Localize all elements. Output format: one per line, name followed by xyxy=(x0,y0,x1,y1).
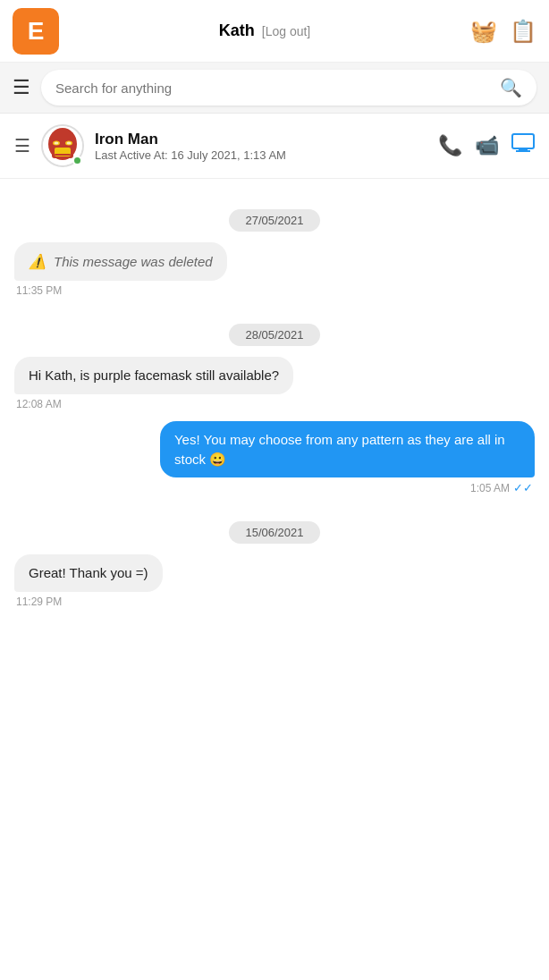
message-time-deleted: 11:35 PM xyxy=(16,284,62,297)
phone-icon[interactable]: 📞 xyxy=(438,134,462,157)
message-row-sent-1: Yes! You may choose from any pattern as … xyxy=(14,421,535,503)
svg-rect-9 xyxy=(512,134,534,148)
message-row-deleted: ⚠️ This message was deleted 11:35 PM xyxy=(14,242,535,304)
header-icons: 🧺 📋 xyxy=(470,19,536,44)
message-time-sent-1: 1:05 AM ✓✓ xyxy=(470,481,533,494)
bubble-sent-1: Yes! You may choose from any pattern as … xyxy=(160,421,535,478)
bubble-received-2: Great! Thank you =) xyxy=(14,554,163,592)
logo-letter: E xyxy=(28,17,45,46)
svg-point-7 xyxy=(67,142,72,145)
search-container: 🔍 xyxy=(41,70,536,106)
search-input[interactable] xyxy=(55,80,493,96)
screen-share-icon[interactable] xyxy=(511,133,535,158)
logout-link[interactable]: [Log out] xyxy=(262,24,311,38)
chat-header-info: Iron Man Last Active At: 16 July 2021, 1… xyxy=(95,131,427,162)
date-label-1: 27/05/2021 xyxy=(229,209,319,232)
online-indicator xyxy=(72,156,82,165)
bubble-received-1: Hi Kath, is purple facemask still availa… xyxy=(14,357,293,394)
username-label: Kath xyxy=(219,21,255,40)
deleted-message-text: This message was deleted xyxy=(54,252,213,272)
svg-point-6 xyxy=(55,142,59,145)
hamburger-menu-icon[interactable]: ☰ xyxy=(13,76,30,99)
date-divider-1: 27/05/2021 xyxy=(14,209,535,232)
top-header: E Kath [Log out] 🧺 📋 xyxy=(0,0,549,63)
svg-rect-8 xyxy=(55,154,71,156)
date-divider-2: 28/05/2021 xyxy=(14,324,535,346)
warning-icon: ⚠️ xyxy=(29,251,46,272)
chat-header: ☰ Iron Man L xyxy=(0,114,549,179)
video-call-icon[interactable]: 📹 xyxy=(475,134,499,157)
chat-header-actions: 📞 📹 xyxy=(438,133,535,158)
messages-area: 27/05/2021 ⚠️ This message was deleted 1… xyxy=(0,179,549,805)
deleted-message-bubble: ⚠️ This message was deleted xyxy=(14,242,227,281)
document-icon[interactable]: 📋 xyxy=(510,19,536,44)
basket-icon[interactable]: 🧺 xyxy=(470,19,497,44)
date-label-3: 15/06/2021 xyxy=(229,521,319,544)
contact-name: Iron Man xyxy=(95,131,427,148)
search-icon[interactable]: 🔍 xyxy=(500,77,522,98)
search-bar-row: ☰ 🔍 xyxy=(0,63,549,114)
date-divider-3: 15/06/2021 xyxy=(14,521,535,544)
last-active-status: Last Active At: 16 July 2021, 1:13 AM xyxy=(95,148,427,162)
message-time-2: 11:29 PM xyxy=(16,596,62,608)
date-label-2: 28/05/2021 xyxy=(229,324,319,346)
message-time-1: 12:08 AM xyxy=(16,398,62,410)
message-row-2: Great! Thank you =) 11:29 PM xyxy=(14,554,535,615)
header-center: Kath [Log out] xyxy=(219,21,311,40)
read-receipt-icon: ✓✓ xyxy=(513,481,533,494)
message-row-1: Hi Kath, is purple facemask still availa… xyxy=(14,357,535,418)
logo-box: E xyxy=(13,8,59,55)
avatar-container xyxy=(41,124,84,167)
chat-menu-icon[interactable]: ☰ xyxy=(14,135,30,156)
